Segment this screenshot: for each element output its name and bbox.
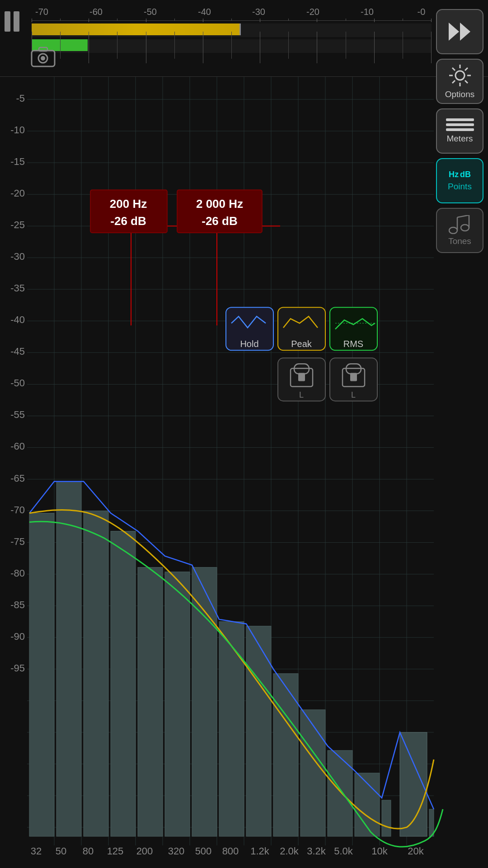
svg-point-16	[461, 225, 469, 231]
svg-text:125: 125	[107, 845, 124, 857]
scale-label: -50	[140, 7, 160, 17]
svg-text:2.0k: 2.0k	[280, 845, 299, 857]
svg-text:-80: -80	[10, 568, 25, 579]
svg-text:-70: -70	[10, 504, 25, 516]
scale-label: -20	[303, 7, 323, 17]
sidebar: Options Meters Hz dB Points	[436, 9, 483, 253]
svg-text:5.0k: 5.0k	[334, 845, 353, 857]
svg-text:20k: 20k	[408, 845, 424, 857]
svg-text:50: 50	[56, 845, 66, 857]
svg-rect-114	[328, 751, 352, 836]
meters-label: Meters	[446, 134, 473, 144]
app-container: -70 -60 -50 -40 -30 -20 -10 -0	[0, 0, 488, 868]
svg-text:-15: -15	[10, 156, 25, 167]
svg-text:-25: -25	[10, 219, 25, 230]
svg-text:-35: -35	[10, 282, 25, 294]
svg-rect-104	[56, 482, 81, 836]
svg-text:500: 500	[195, 845, 212, 857]
svg-text:-85: -85	[10, 599, 25, 610]
svg-text:-10: -10	[10, 124, 25, 136]
svg-rect-113	[300, 710, 325, 836]
svg-text:RMS: RMS	[343, 339, 363, 349]
pause-button[interactable]	[5, 11, 19, 32]
svg-line-14	[452, 80, 455, 83]
svg-text:200: 200	[136, 845, 153, 857]
scale-label: -70	[32, 7, 52, 17]
svg-point-6	[455, 71, 465, 80]
scale-label: -10	[357, 7, 377, 17]
svg-text:-26 dB: -26 dB	[202, 214, 237, 228]
svg-text:200 Hz: 200 Hz	[110, 197, 147, 211]
svg-text:-45: -45	[10, 346, 25, 357]
svg-text:32: 32	[31, 845, 42, 857]
scale-label: -60	[86, 7, 106, 17]
svg-rect-110	[219, 622, 244, 836]
svg-text:10k: 10k	[371, 845, 388, 857]
svg-rect-112	[273, 674, 298, 836]
svg-text:L: L	[351, 390, 356, 399]
svg-marker-5	[460, 23, 470, 41]
svg-rect-118	[429, 809, 434, 836]
svg-rect-108	[165, 572, 190, 836]
svg-line-12	[465, 80, 468, 83]
svg-marker-4	[449, 23, 459, 41]
points-button[interactable]: Hz dB Points	[436, 158, 483, 203]
options-label: Options	[445, 89, 474, 99]
svg-rect-96	[298, 373, 305, 381]
svg-text:-20: -20	[10, 188, 25, 199]
svg-text:-40: -40	[10, 314, 25, 325]
svg-rect-106	[111, 531, 136, 836]
svg-point-15	[449, 227, 457, 234]
svg-text:-95: -95	[10, 662, 25, 674]
svg-rect-116	[382, 800, 391, 836]
svg-rect-111	[246, 626, 271, 836]
svg-text:1.2k: 1.2k	[250, 845, 270, 857]
scale-label: -40	[194, 7, 215, 17]
svg-text:-5: -5	[16, 93, 25, 104]
points-label: Points	[448, 182, 472, 192]
svg-text:-65: -65	[10, 473, 25, 484]
svg-point-3	[41, 56, 45, 61]
svg-text:Hold: Hold	[240, 339, 258, 349]
svg-text:Peak: Peak	[291, 339, 312, 349]
svg-line-19	[457, 215, 469, 217]
tones-button[interactable]: Tones	[436, 208, 483, 253]
svg-line-13	[465, 68, 468, 70]
svg-text:2 000 Hz: 2 000 Hz	[196, 197, 243, 211]
scale-label: -30	[249, 7, 269, 17]
svg-text:-90: -90	[10, 631, 25, 642]
skip-button[interactable]	[436, 9, 483, 54]
svg-rect-107	[138, 568, 163, 836]
svg-text:800: 800	[222, 845, 239, 857]
scale-label: -0	[411, 7, 432, 17]
svg-text:-75: -75	[10, 536, 25, 547]
svg-text:3.2k: 3.2k	[307, 845, 326, 857]
spectrum-svg: -5 -10 -15 -20 -25 -30 -35 -40 -45 -50 -…	[0, 77, 488, 868]
svg-text:80: 80	[83, 845, 94, 857]
svg-text:-30: -30	[10, 251, 25, 262]
svg-text:-26 dB: -26 dB	[110, 214, 146, 228]
svg-text:-60: -60	[10, 441, 25, 452]
svg-rect-2	[39, 47, 47, 51]
svg-rect-103	[29, 513, 54, 836]
options-button[interactable]: Options	[436, 59, 483, 104]
svg-text:-50: -50	[10, 377, 25, 389]
svg-line-11	[452, 68, 455, 70]
main-area: -5 -10 -15 -20 -25 -30 -35 -40 -45 -50 -…	[0, 77, 488, 868]
camera-button[interactable]	[31, 45, 56, 70]
meter-area: -70 -60 -50 -40 -30 -20 -10 -0	[32, 7, 432, 53]
meters-button[interactable]: Meters	[436, 108, 483, 154]
svg-rect-105	[84, 511, 108, 836]
svg-text:-55: -55	[10, 409, 25, 420]
tones-label: Tones	[448, 236, 471, 246]
svg-text:L: L	[299, 390, 304, 399]
svg-rect-101	[350, 373, 357, 381]
svg-text:320: 320	[168, 845, 185, 857]
